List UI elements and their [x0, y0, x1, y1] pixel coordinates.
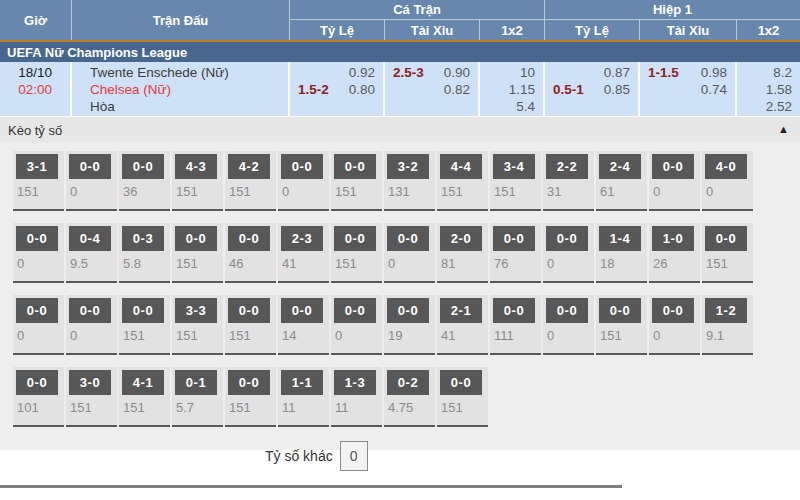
score-chip: 0-0 [16, 226, 58, 251]
score-cell[interactable]: 0-0151 [702, 223, 753, 283]
score-cell[interactable]: 0-076 [490, 223, 541, 283]
score-odds: 151 [335, 256, 382, 271]
score-row: 3-11510-000-0364-31514-21510-000-01513-2… [0, 151, 800, 211]
score-odds: 151 [441, 184, 488, 199]
score-cell[interactable]: 2-231 [543, 151, 594, 211]
score-odds: 76 [494, 256, 541, 271]
score-cell[interactable]: 0-00 [543, 223, 594, 283]
score-cell[interactable]: 0-014 [278, 295, 329, 355]
score-cell[interactable]: 4-4151 [437, 151, 488, 211]
score-chip: 0-0 [228, 298, 270, 323]
score-cell[interactable]: 0-0151 [331, 223, 382, 283]
score-cell[interactable]: 0-00 [649, 295, 700, 355]
score-chip: 0-3 [122, 226, 164, 251]
score-cell[interactable]: 1-29.1 [702, 295, 753, 355]
score-cell[interactable]: 0-15.7 [172, 367, 223, 427]
other-score-row: Tỷ số khác 0 [265, 441, 800, 471]
score-cell[interactable]: 3-4151 [490, 151, 541, 211]
header-match: Trận Đấu [72, 0, 290, 40]
score-cell[interactable]: 0-0151 [172, 223, 223, 283]
match-time-cell: 18/10 02:00 [0, 62, 72, 116]
score-cell[interactable]: 0-49.5 [66, 223, 117, 283]
score-cell[interactable]: 0-0151 [225, 295, 276, 355]
score-cell[interactable]: 0-036 [119, 151, 170, 211]
score-cell[interactable]: 3-1151 [13, 151, 64, 211]
score-odds: 151 [229, 328, 276, 343]
score-cell[interactable]: 4-00 [702, 151, 753, 211]
score-chip: 0-0 [387, 298, 429, 323]
score-odds: 0 [547, 256, 594, 271]
other-score-box[interactable]: 0 [340, 441, 368, 471]
score-cell[interactable]: 0-019 [384, 295, 435, 355]
score-cell[interactable]: 0-0101 [13, 367, 64, 427]
draw-label: Hòa [82, 98, 288, 115]
score-cell[interactable]: 0-0151 [437, 367, 488, 427]
score-cell[interactable]: 0-35.8 [119, 223, 170, 283]
score-odds: 101 [17, 400, 64, 415]
score-chip: 3-1 [16, 154, 58, 179]
score-cell[interactable]: 2-341 [278, 223, 329, 283]
half-handicap-line: 0.5-1 [553, 81, 584, 98]
score-cell[interactable]: 0-00 [331, 295, 382, 355]
half-1x2-away-odds[interactable]: 1.58 [766, 81, 792, 98]
header-group-first-half: Hiệp 1 Tỷ Lệ Tài Xỉu 1x2 [545, 0, 800, 40]
collapse-arrow-icon[interactable]: ▲ [778, 123, 789, 135]
score-odds: 0 [547, 328, 594, 343]
full-under-odds[interactable]: 0.82 [444, 81, 470, 98]
half-handicap-home-odds[interactable]: 0.87 [604, 64, 630, 81]
score-cell[interactable]: 3-2131 [384, 151, 435, 211]
score-row: 0-01013-01514-11510-15.70-01511-1111-311… [0, 367, 800, 427]
score-cell[interactable]: 0-00 [66, 151, 117, 211]
half-under-odds[interactable]: 0.74 [701, 81, 727, 98]
half-handicap-away-odds[interactable]: 0.85 [604, 81, 630, 98]
score-cell[interactable]: 3-0151 [66, 367, 117, 427]
score-cell[interactable]: 0-00 [66, 295, 117, 355]
score-cell[interactable]: 0-0151 [596, 295, 647, 355]
full-1x2-draw-odds[interactable]: 5.4 [516, 98, 535, 115]
full-handicap-home-odds[interactable]: 0.92 [349, 64, 375, 81]
score-cell[interactable]: 4-1151 [119, 367, 170, 427]
half-1x2-home-odds[interactable]: 8.2 [773, 64, 792, 81]
score-cell[interactable]: 1-311 [331, 367, 382, 427]
score-cell[interactable]: 1-418 [596, 223, 647, 283]
score-cell[interactable]: 4-3151 [172, 151, 223, 211]
score-cell[interactable]: 2-461 [596, 151, 647, 211]
score-chip: 0-0 [69, 298, 111, 323]
header-half-handicap: Tỷ Lệ [545, 20, 640, 40]
score-cell[interactable]: 0-00 [543, 295, 594, 355]
score-odds: 151 [600, 328, 647, 343]
score-cell[interactable]: 1-111 [278, 367, 329, 427]
score-chip: 0-0 [387, 226, 429, 251]
score-cell[interactable]: 0-046 [225, 223, 276, 283]
score-cell[interactable]: 1-026 [649, 223, 700, 283]
score-chip: 4-2 [228, 154, 270, 179]
score-odds: 0 [17, 256, 64, 271]
score-cell[interactable]: 0-00 [649, 151, 700, 211]
full-1x2-home-odds[interactable]: 10 [520, 64, 535, 81]
correct-score-section-bar[interactable]: Kèo tỷ số ▲ [0, 116, 800, 143]
score-cell[interactable]: 0-00 [13, 295, 64, 355]
score-cell[interactable]: 0-0111 [490, 295, 541, 355]
score-odds: 0 [70, 184, 117, 199]
full-1x2-away-odds[interactable]: 1.15 [509, 81, 535, 98]
full-over-odds[interactable]: 0.90 [444, 64, 470, 81]
score-odds: 151 [176, 328, 223, 343]
score-cell[interactable]: 0-0151 [225, 367, 276, 427]
score-cell[interactable]: 2-141 [437, 295, 488, 355]
full-handicap-away-odds[interactable]: 0.80 [349, 81, 375, 98]
score-chip: 0-1 [175, 370, 217, 395]
half-over-odds[interactable]: 0.98 [701, 64, 727, 81]
score-cell[interactable]: 0-0151 [331, 151, 382, 211]
score-cell[interactable]: 2-081 [437, 223, 488, 283]
score-odds: 14 [282, 328, 329, 343]
score-cell[interactable]: 3-3151 [172, 295, 223, 355]
score-cell[interactable]: 0-00 [278, 151, 329, 211]
away-team: Chelsea (Nữ) [82, 81, 288, 98]
half-1x2-draw-odds[interactable]: 2.52 [766, 98, 792, 115]
score-odds: 26 [653, 256, 700, 271]
score-cell[interactable]: 0-0151 [119, 295, 170, 355]
score-cell[interactable]: 4-2151 [225, 151, 276, 211]
score-cell[interactable]: 0-00 [13, 223, 64, 283]
score-cell[interactable]: 0-24.75 [384, 367, 435, 427]
score-cell[interactable]: 0-00 [384, 223, 435, 283]
